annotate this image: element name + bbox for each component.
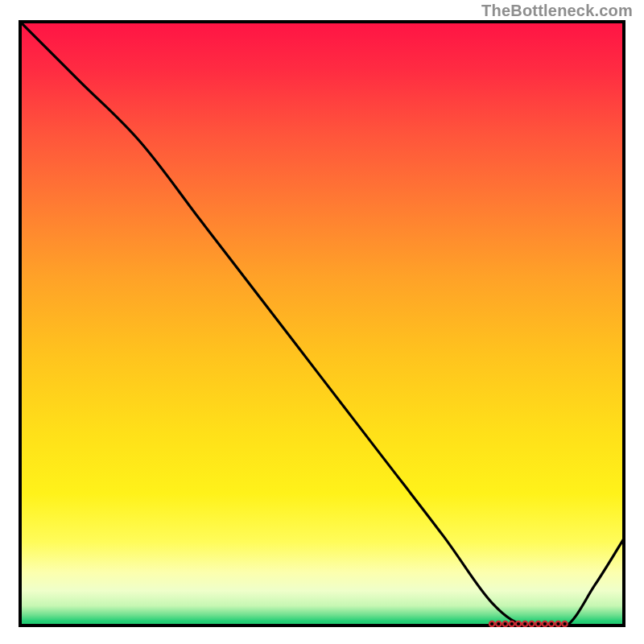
svg-point-10 — [555, 621, 560, 626]
chart-svg — [19, 20, 625, 627]
svg-point-5 — [522, 621, 527, 626]
svg-point-0 — [489, 621, 494, 626]
svg-point-6 — [529, 621, 534, 626]
bottleneck-curve — [19, 20, 625, 627]
plot-area — [19, 20, 625, 627]
svg-point-11 — [562, 621, 567, 626]
valley-marker — [489, 621, 568, 626]
svg-point-9 — [549, 621, 554, 626]
svg-point-7 — [536, 621, 541, 626]
attribution-text: TheBottleneck.com — [481, 2, 633, 20]
svg-point-2 — [502, 621, 507, 626]
svg-point-8 — [543, 621, 547, 626]
svg-point-1 — [496, 621, 501, 626]
svg-point-4 — [516, 621, 521, 626]
chart-root: TheBottleneck.com — [0, 0, 644, 644]
svg-point-3 — [510, 621, 514, 626]
